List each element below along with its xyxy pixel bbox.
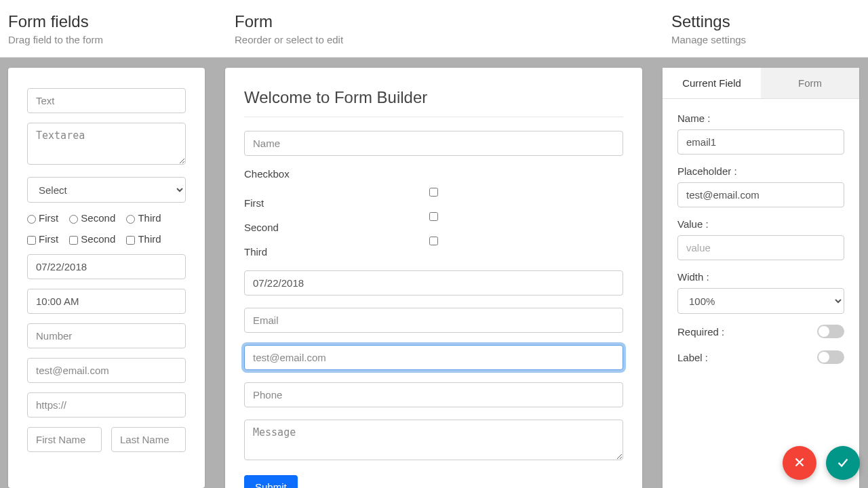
palette-radio-option[interactable]: First [27, 212, 58, 224]
form-title: Welcome to Form Builder [244, 88, 623, 107]
form-checkbox-field[interactable]: Checkbox First Second Third [244, 168, 623, 258]
label-toggle[interactable] [817, 350, 844, 364]
palette-textarea[interactable] [27, 123, 186, 165]
palette-time-input[interactable] [27, 289, 186, 314]
palette-radio-option[interactable]: Third [126, 212, 161, 224]
setting-required: Required : [677, 325, 844, 338]
setting-value-input[interactable] [677, 235, 844, 260]
palette-date-input[interactable] [27, 254, 186, 279]
setting-name-input[interactable] [677, 129, 844, 155]
settings-panel: Current Field Form Name : Placeholder : … [663, 68, 859, 488]
form-canvas: Welcome to Form Builder Checkbox First S… [225, 68, 642, 488]
cancel-button[interactable] [783, 446, 816, 480]
settings-tabs: Current Field Form [663, 68, 859, 99]
name-input[interactable] [244, 131, 623, 156]
tab-current-field[interactable]: Current Field [663, 68, 761, 98]
fab-row [783, 446, 860, 480]
checkbox-option[interactable]: Second [244, 209, 626, 233]
palette-url-input[interactable] [27, 392, 186, 418]
palette-check-option[interactable]: Second [69, 233, 115, 245]
header-title: Settings [671, 12, 860, 31]
header-settings: Settings Manage settings [663, 0, 868, 57]
setting-label: Value : [677, 218, 844, 230]
setting-label-toggle-row: Label : [677, 350, 844, 364]
form-date-field[interactable] [244, 270, 623, 296]
setting-value: Value : [677, 218, 844, 260]
email-input[interactable] [244, 308, 623, 333]
form-email2-field[interactable] [244, 345, 623, 370]
date-input[interactable] [244, 270, 623, 296]
palette-check-option[interactable]: Third [126, 233, 161, 245]
checkbox-label: Checkbox [244, 168, 623, 180]
palette-number-input[interactable] [27, 323, 186, 348]
checkbox-options: First Second Third [244, 185, 623, 258]
header-subtitle: Drag field to the form [8, 34, 218, 45]
palette-firstname-input[interactable] [27, 427, 102, 452]
palette-name-pair [27, 427, 186, 462]
message-textarea[interactable] [244, 420, 623, 460]
close-icon [792, 455, 807, 472]
setting-name: Name : [677, 113, 844, 155]
header-subtitle: Manage settings [671, 34, 860, 45]
header-title: Form fields [8, 12, 218, 31]
phone-input[interactable] [244, 382, 623, 407]
required-toggle[interactable] [817, 325, 844, 338]
setting-placeholder-input[interactable] [677, 182, 844, 207]
form-message-field[interactable] [244, 420, 623, 463]
divider [244, 117, 623, 117]
header-form: Form Reorder or select to edit [226, 0, 663, 57]
settings-body: Name : Placeholder : Value : Width : 100… [663, 99, 859, 390]
form-phone-field[interactable] [244, 382, 623, 407]
palette-radio-group: First Second Third [27, 212, 186, 224]
field-palette: Select First Second Third First Second T… [8, 68, 205, 488]
tab-form[interactable]: Form [761, 68, 859, 98]
header-form-fields: Form fields Drag field to the form [0, 0, 226, 57]
header-subtitle: Reorder or select to edit [235, 34, 655, 45]
palette-radio-option[interactable]: Second [69, 212, 115, 224]
app-header: Form fields Drag field to the form Form … [0, 0, 868, 58]
checkbox-option[interactable]: Third [244, 234, 626, 258]
form-email-field[interactable] [244, 308, 623, 333]
check-icon [835, 455, 850, 472]
setting-label: Required : [677, 326, 724, 338]
setting-label: Name : [677, 113, 844, 124]
header-title: Form [235, 12, 655, 31]
palette-check-option[interactable]: First [27, 233, 58, 245]
confirm-button[interactable] [826, 446, 860, 480]
palette-email-input[interactable] [27, 358, 186, 383]
setting-width: Width : 100% [677, 271, 844, 314]
palette-checkbox-group: First Second Third [27, 233, 186, 245]
palette-text-input[interactable] [27, 88, 186, 113]
setting-placeholder: Placeholder : [677, 165, 844, 207]
palette-lastname-input[interactable] [111, 427, 186, 452]
submit-button[interactable]: Submit [244, 475, 298, 488]
workspace: Select First Second Third First Second T… [0, 58, 868, 488]
setting-label: Width : [677, 271, 844, 283]
setting-width-select[interactable]: 100% [677, 288, 844, 314]
email2-input[interactable] [244, 345, 623, 370]
setting-label: Label : [677, 352, 708, 363]
setting-label: Placeholder : [677, 165, 844, 177]
checkbox-option[interactable]: First [244, 185, 626, 209]
palette-select[interactable]: Select [27, 177, 186, 203]
form-name-field[interactable] [244, 131, 623, 156]
